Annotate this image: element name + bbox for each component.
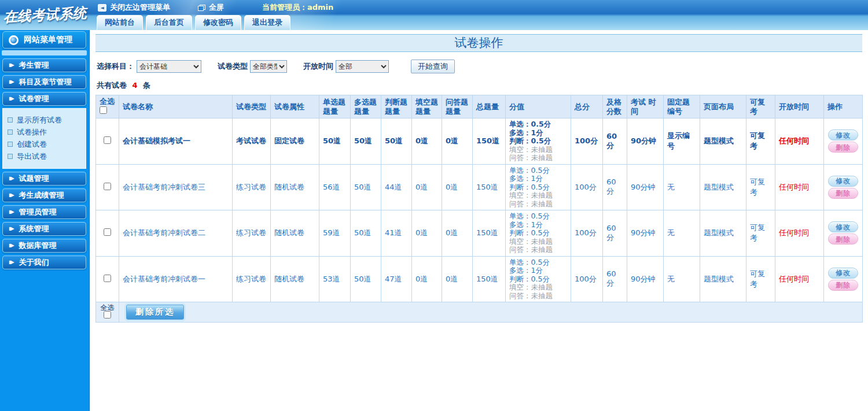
exam-time-cell: 90分钟 bbox=[627, 164, 664, 210]
sidebar-header: 网站菜单管理 bbox=[2, 31, 86, 49]
score-line: 单选：0.5分 bbox=[509, 166, 567, 175]
col-single-count: 单选题 题量 bbox=[319, 95, 351, 119]
delete-button[interactable]: 删除 bbox=[828, 280, 858, 291]
multi-count-cell: 50道 bbox=[351, 256, 381, 302]
sidebar-menu: ▮▶考生管理▮▶科目及章节管理▮▶试卷管理显示所有试卷试卷操作创建试卷导出试卷▮… bbox=[2, 55, 86, 269]
tab-logout[interactable]: 退出登录 bbox=[244, 15, 290, 30]
delete-button[interactable]: 删除 bbox=[828, 142, 858, 153]
sidebar-submenu-item[interactable]: 显示所有试卷 bbox=[8, 114, 81, 126]
qa-count-cell: 0道 bbox=[442, 256, 473, 302]
select-all-checkbox-top[interactable] bbox=[100, 106, 107, 114]
modify-button[interactable]: 修改 bbox=[828, 268, 858, 279]
exam-time-cell: 90分钟 bbox=[627, 256, 664, 302]
sidebar-menu-item[interactable]: ▮▶系统管理 bbox=[2, 222, 86, 236]
blank-count-cell: 0道 bbox=[412, 164, 442, 210]
filter-bar: 选择科目： 会计基础 试卷类型 全部类型 开放时间 全部 开始查询 bbox=[97, 60, 862, 73]
score-line: 问答：未抽题 bbox=[509, 292, 567, 301]
sidebar-menu-item-label: 关于我们 bbox=[19, 257, 49, 268]
sidebar-submenu-item[interactable]: 试卷操作 bbox=[8, 126, 81, 138]
fullscreen-button[interactable]: 全屏 bbox=[198, 2, 224, 13]
delete-button[interactable]: 删除 bbox=[828, 188, 858, 199]
score-line: 填空：未抽题 bbox=[509, 146, 567, 154]
select-all-checkbox-bottom[interactable] bbox=[104, 311, 111, 319]
modify-button[interactable]: 修改 bbox=[828, 221, 858, 232]
result-count: 4 bbox=[130, 81, 141, 90]
row-checkbox[interactable] bbox=[104, 136, 111, 144]
open-time-cell: 任何时间 bbox=[775, 119, 824, 165]
sidebar-menu-item[interactable]: ▮▶关于我们 bbox=[2, 256, 86, 269]
sidebar-submenu-item-label: 显示所有试卷 bbox=[17, 115, 62, 125]
blank-count-cell: 0道 bbox=[412, 119, 442, 165]
single-count-cell: 53道 bbox=[319, 256, 351, 302]
submenu-bullet-icon bbox=[8, 142, 13, 147]
blank-count-cell: 0道 bbox=[412, 256, 442, 302]
total-count-cell: 150道 bbox=[473, 164, 506, 210]
row-checkbox[interactable] bbox=[104, 183, 111, 190]
search-button[interactable]: 开始查询 bbox=[411, 60, 455, 73]
row-select-cell bbox=[96, 164, 119, 210]
sidebar-menu-item[interactable]: ▮▶数据库管理 bbox=[2, 239, 86, 253]
judge-count-cell: 50道 bbox=[381, 119, 412, 165]
close-sidebar-button[interactable]: ◄ 关闭左边管理菜单 bbox=[98, 2, 170, 13]
score-line: 填空：未抽题 bbox=[509, 238, 567, 246]
paper-name-cell: 会计基础考前冲刺试卷一 bbox=[119, 256, 233, 302]
app-logo-text: 在线考试系统 bbox=[3, 3, 87, 26]
header-right: ◄ 关闭左边管理菜单 全屏 当前管理员：admin 网站前台 后台首页 修改密码… bbox=[90, 0, 868, 30]
paper-name-cell: 会计基础考前冲刺试卷二 bbox=[119, 210, 233, 257]
sidebar-menu-item[interactable]: ▮▶管理员管理 bbox=[2, 205, 86, 219]
col-paper-type: 试卷类型 bbox=[233, 95, 271, 119]
sidebar-submenu: 显示所有试卷试卷操作创建试卷导出试卷 bbox=[2, 108, 86, 169]
table-row: 会计基础考前冲刺试卷三 练习试卷 随机试卷 56道 50道 44道 0道 0道 … bbox=[96, 164, 863, 210]
type-filter-label: 试卷类型 bbox=[218, 61, 248, 72]
score-line: 问答：未抽题 bbox=[509, 200, 567, 209]
row-checkbox[interactable] bbox=[104, 228, 111, 236]
exam-paper-table: 全选 试卷名称 试卷类型 试卷属性 单选题 题量 多选题 题量 判断题 题量 填… bbox=[95, 95, 863, 323]
arrow-icon: ▮▶ bbox=[9, 260, 14, 265]
sidebar-submenu-item-label: 导出试卷 bbox=[17, 151, 47, 162]
arrow-icon: ▮▶ bbox=[9, 80, 14, 84]
sidebar-menu-item[interactable]: ▮▶考生成绩管理 bbox=[2, 188, 86, 202]
open-time-select[interactable]: 全部 bbox=[336, 60, 389, 73]
sidebar-menu-item-label: 科目及章节管理 bbox=[19, 77, 72, 87]
tab-change-password[interactable]: 修改密码 bbox=[195, 15, 241, 30]
main-content: 试卷操作 选择科目： 会计基础 试卷类型 全部类型 开放时间 全部 开始查询 共… bbox=[90, 30, 868, 411]
sidebar-menu-item[interactable]: ▮▶考生管理 bbox=[2, 58, 86, 72]
close-sidebar-label: 关闭左边管理菜单 bbox=[110, 2, 170, 13]
arrow-icon: ▮▶ bbox=[9, 193, 14, 198]
page-title: 试卷操作 bbox=[95, 34, 862, 52]
score-detail-cell: 单选：0.5分多选：1分判断：0.5分填空：未抽题问答：未抽题 bbox=[506, 210, 571, 257]
total-count-cell: 150道 bbox=[473, 119, 506, 165]
delete-selected-button[interactable]: 删除所选 bbox=[126, 305, 184, 320]
paper-type-cell: 练习试卷 bbox=[233, 256, 271, 302]
total-score-cell: 100分 bbox=[571, 256, 603, 302]
modify-button[interactable]: 修改 bbox=[828, 176, 858, 187]
subject-select[interactable]: 会计基础 bbox=[137, 60, 201, 73]
sidebar-submenu-item[interactable]: 创建试卷 bbox=[8, 138, 81, 150]
paper-type-select[interactable]: 全部类型 bbox=[250, 60, 287, 73]
single-count-cell: 56道 bbox=[319, 164, 351, 210]
sidebar-menu-item[interactable]: ▮▶科目及章节管理 bbox=[2, 75, 86, 89]
sidebar-menu-item-label: 试卷管理 bbox=[19, 94, 49, 104]
retake-cell: 可复考 bbox=[746, 256, 775, 302]
sidebar-menu-item-label: 试题管理 bbox=[19, 173, 49, 184]
select-all-header-label: 全选 bbox=[100, 97, 115, 106]
row-checkbox[interactable] bbox=[104, 275, 111, 282]
fixed-number-cell: 无 bbox=[664, 164, 700, 210]
sidebar-title: 网站菜单管理 bbox=[24, 35, 72, 45]
sidebar-menu-item-label: 数据库管理 bbox=[19, 240, 57, 251]
tab-site-front[interactable]: 网站前台 bbox=[97, 15, 143, 30]
col-score-detail: 分值 bbox=[506, 95, 571, 119]
score-detail-cell: 单选：0.5分多选：1分判断：0.5分填空：未抽题问答：未抽题 bbox=[506, 256, 571, 302]
paper-name-cell: 会计基础模拟考试一 bbox=[119, 119, 233, 165]
open-time-cell: 任何时间 bbox=[775, 210, 824, 257]
sidebar-menu-item[interactable]: ▮▶试题管理 bbox=[2, 172, 86, 186]
sidebar-menu-item[interactable]: ▮▶试卷管理 bbox=[2, 92, 86, 106]
tab-admin-home[interactable]: 后台首页 bbox=[146, 15, 192, 30]
delete-button[interactable]: 删除 bbox=[828, 234, 858, 245]
modify-button[interactable]: 修改 bbox=[828, 129, 858, 140]
sidebar-submenu-item[interactable]: 导出试卷 bbox=[8, 150, 81, 162]
table-header-row: 全选 试卷名称 试卷类型 试卷属性 单选题 题量 多选题 题量 判断题 题量 填… bbox=[96, 95, 863, 119]
topbar: ◄ 关闭左边管理菜单 全屏 当前管理员：admin bbox=[90, 0, 868, 15]
exam-time-cell: 90分钟 bbox=[627, 210, 664, 257]
col-retake: 可复考 bbox=[746, 95, 775, 119]
